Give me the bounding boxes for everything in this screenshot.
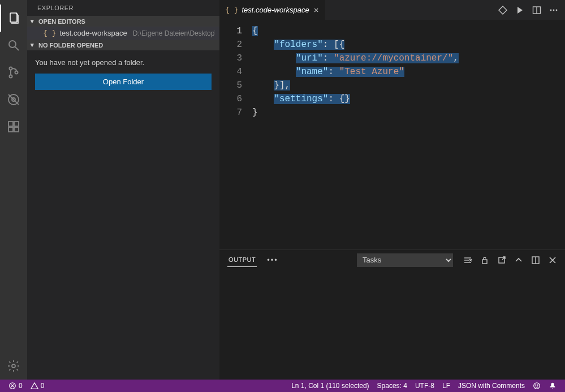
svg-point-18 <box>556 9 558 11</box>
svg-rect-24 <box>482 260 487 264</box>
activity-bar <box>0 0 27 380</box>
editor-tab-title: test.code-workspace <box>241 6 309 14</box>
chevron-down-icon: ▾ <box>31 41 36 49</box>
panel-tab-output[interactable]: OUTPUT <box>227 253 257 267</box>
close-panel-icon[interactable] <box>548 256 557 265</box>
status-line-col[interactable]: Ln 1, Col 1 (110 selected) <box>287 380 373 392</box>
more-actions-icon[interactable] <box>549 6 558 15</box>
svg-point-5 <box>15 71 18 74</box>
no-folder-message: You have not yet opened a folder. <box>35 58 212 67</box>
svg-point-17 <box>553 9 555 11</box>
section-no-folder-label: NO FOLDER OPENED <box>38 42 103 49</box>
svg-point-1 <box>9 41 16 48</box>
chevron-down-icon: ▾ <box>31 18 36 25</box>
panel-more-icon[interactable]: ••• <box>267 256 278 264</box>
status-bar: 0 0 Ln 1, Col 1 (110 selected) Spaces: 4… <box>0 380 565 392</box>
maximize-panel-icon[interactable] <box>531 256 540 265</box>
section-no-folder[interactable]: ▾ NO FOLDER OPENED <box>27 40 219 50</box>
svg-rect-11 <box>8 127 13 132</box>
collapse-panel-icon[interactable] <box>514 256 523 265</box>
open-editor-item[interactable]: { } test.code-workspace D:\Eigene Dateie… <box>27 27 219 40</box>
svg-point-13 <box>12 364 15 368</box>
activity-search[interactable] <box>0 32 27 59</box>
editor-tab[interactable]: { } test.code-workspace × <box>219 0 326 20</box>
line-number-gutter: 1234567 <box>219 20 252 249</box>
clear-output-icon[interactable] <box>463 256 472 265</box>
svg-rect-9 <box>8 122 13 126</box>
open-folder-button[interactable]: Open Folder <box>35 74 212 90</box>
status-bell-icon[interactable] <box>545 380 560 392</box>
bottom-panel: OUTPUT ••• Tasks <box>219 249 565 380</box>
tabs-bar: { } test.code-workspace × <box>219 0 565 20</box>
close-icon[interactable]: × <box>313 5 320 15</box>
editor-region: { } test.code-workspace × 1234567 { "fol… <box>219 0 565 380</box>
svg-point-16 <box>550 9 552 11</box>
section-open-editors-label: OPEN EDITORS <box>38 18 85 25</box>
output-channel-select[interactable]: Tasks <box>357 253 453 267</box>
activity-source-control[interactable] <box>0 59 27 86</box>
status-language[interactable]: JSON with Comments <box>454 380 529 392</box>
code-area[interactable]: { "folders": [{ "uri": "azure://mycontai… <box>252 20 565 249</box>
sidebar: EXPLORER ▾ OPEN EDITORS { } test.code-wo… <box>27 0 219 380</box>
svg-line-2 <box>15 47 19 50</box>
svg-point-36 <box>537 385 538 385</box>
activity-settings[interactable] <box>0 352 27 380</box>
open-editor-filename: test.code-workspace <box>59 29 127 37</box>
diff-icon[interactable] <box>498 6 507 15</box>
status-spaces[interactable]: Spaces: 4 <box>373 380 411 392</box>
run-icon[interactable] <box>515 6 524 15</box>
status-feedback-icon[interactable] <box>529 380 545 392</box>
split-editor-icon[interactable] <box>532 6 541 15</box>
section-open-editors[interactable]: ▾ OPEN EDITORS <box>27 16 219 27</box>
sidebar-title: EXPLORER <box>27 0 219 16</box>
svg-rect-0 <box>10 13 17 22</box>
svg-point-34 <box>534 383 540 389</box>
activity-explorer[interactable] <box>0 5 27 32</box>
open-editor-filepath: D:\Eigene Dateien\Desktop\test <box>133 29 215 37</box>
lock-scroll-icon[interactable] <box>480 256 489 265</box>
braces-icon: { } <box>43 29 56 37</box>
svg-rect-10 <box>14 122 19 126</box>
open-log-icon[interactable] <box>497 256 506 265</box>
activity-debug[interactable] <box>0 86 27 113</box>
svg-point-3 <box>10 67 12 70</box>
status-errors[interactable]: 0 <box>5 380 27 392</box>
editor-body[interactable]: 1234567 { "folders": [{ "uri": "azure://… <box>219 20 565 249</box>
status-eol[interactable]: LF <box>438 380 454 392</box>
svg-point-4 <box>10 75 12 78</box>
status-warnings[interactable]: 0 <box>27 380 49 392</box>
svg-rect-12 <box>14 127 19 132</box>
braces-icon: { } <box>225 6 238 14</box>
activity-extensions[interactable] <box>0 113 27 140</box>
status-encoding[interactable]: UTF-8 <box>411 380 438 392</box>
svg-point-35 <box>536 385 536 385</box>
